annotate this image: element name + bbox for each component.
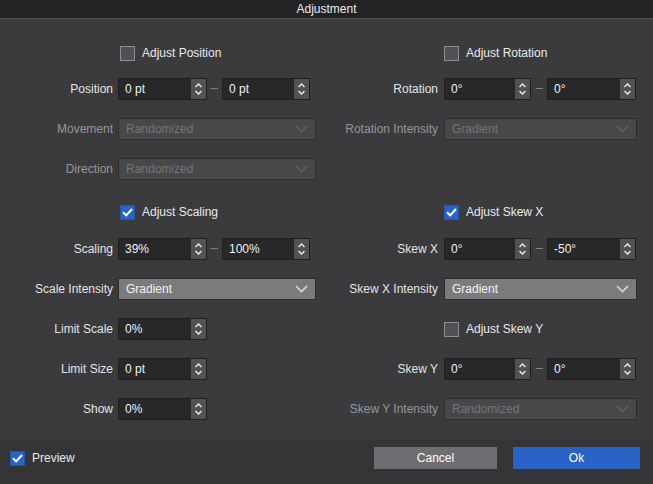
dialog-title: Adjustment [296,2,356,16]
show-skewyintensity-row: Show 0% Skew Y Intensity Randomized [0,398,653,420]
checkbox-icon[interactable] [444,322,459,337]
position-to-spinner[interactable]: 0 pt [222,78,310,100]
chevron-down-icon [295,165,308,173]
skew-y-to-stepper[interactable] [620,359,635,379]
scaling-to-value[interactable]: 100% [223,239,294,259]
limit-size-value[interactable]: 0 pt [119,359,191,379]
skew-x-intensity-value: Gradient [452,279,498,299]
skew-x-from-value[interactable]: 0° [445,239,515,259]
rotation-intensity-dropdown: Gradient [444,118,637,140]
rotation-label: Rotation [318,78,438,100]
position-to-value[interactable]: 0 pt [223,79,294,99]
movement-rotintensity-row: Movement Randomized Rotation Intensity G… [0,118,653,140]
scale-intensity-label: Scale Intensity [0,278,113,300]
position-from-spinner[interactable]: 0 pt [118,78,207,100]
rotation-intensity-label: Rotation Intensity [318,118,438,140]
preview-label: Preview [32,451,75,465]
rotation-from-spinner[interactable]: 0° [444,78,531,100]
rotation-to-stepper[interactable] [620,79,635,99]
scaling-from-spinner[interactable]: 39% [118,238,207,260]
chevron-down-icon [616,125,629,133]
skew-x-from-stepper[interactable] [515,239,530,259]
adjust-rotation-label: Adjust Rotation [466,46,547,60]
checkbox-icon[interactable] [120,205,135,220]
checkbox-icon[interactable] [444,205,459,220]
scaling-skewx-row: Scaling 39% – 100% Skew X 0° – -50° [0,238,653,260]
adjust-rotation-checkbox[interactable]: Adjust Rotation [444,45,547,61]
checkbox-icon[interactable] [444,46,459,61]
scaling-to-stepper[interactable] [294,239,309,259]
rotation-to-spinner[interactable]: 0° [547,78,636,100]
rotation-intensity-value: Gradient [452,119,498,139]
position-from-stepper[interactable] [191,79,206,99]
movement-value: Randomized [126,119,193,139]
skew-x-to-value[interactable]: -50° [548,239,620,259]
limit-scale-spinner[interactable]: 0% [118,318,207,340]
scaling-from-stepper[interactable] [191,239,206,259]
checkbox-icon[interactable] [120,46,135,61]
chevron-up-down-icon [518,82,527,96]
chevron-up-down-icon [518,362,527,376]
position-label: Position [0,78,113,100]
skew-y-from-value[interactable]: 0° [445,359,515,379]
scale-intensity-dropdown[interactable]: Gradient [118,278,316,300]
position-to-stepper[interactable] [294,79,309,99]
direction-label: Direction [0,158,113,180]
chevron-up-down-icon [194,322,203,336]
adjust-position-checkbox[interactable]: Adjust Position [120,45,221,61]
skew-x-to-stepper[interactable] [620,239,635,259]
ok-button[interactable]: Ok [513,447,640,469]
preview-checkbox[interactable]: Preview [10,450,75,466]
chevron-up-down-icon [194,242,203,256]
rotation-to-value[interactable]: 0° [548,79,620,99]
rotation-from-value[interactable]: 0° [445,79,515,99]
direction-row: Direction Randomized [0,158,653,180]
direction-dropdown: Randomized [118,158,316,180]
chevron-up-down-icon [623,82,632,96]
adjust-skew-y-checkbox[interactable]: Adjust Skew Y [444,321,543,337]
check-icon [446,208,457,217]
dialog-titlebar[interactable]: Adjustment [0,0,653,19]
skew-y-intensity-value: Randomized [452,399,519,419]
range-dash: – [532,358,546,380]
skew-x-intensity-dropdown[interactable]: Gradient [444,278,637,300]
position-from-value[interactable]: 0 pt [119,79,191,99]
adjust-scaling-checkbox[interactable]: Adjust Scaling [120,204,218,220]
limit-scale-value[interactable]: 0% [119,319,191,339]
skew-x-from-spinner[interactable]: 0° [444,238,531,260]
scaling-from-value[interactable]: 39% [119,239,191,259]
chevron-down-icon [616,405,629,413]
limit-size-stepper[interactable] [191,359,206,379]
skew-x-to-spinner[interactable]: -50° [547,238,636,260]
limit-scale-stepper[interactable] [191,319,206,339]
range-dash: – [532,238,546,260]
chevron-down-icon [295,125,308,133]
check-icon [12,454,23,463]
skew-y-from-stepper[interactable] [515,359,530,379]
show-value[interactable]: 0% [119,399,191,419]
range-dash: – [532,78,546,100]
limit-scale-row: Limit Scale 0% [0,318,653,340]
chevron-up-down-icon [297,242,306,256]
scaling-to-spinner[interactable]: 100% [222,238,310,260]
chevron-up-down-icon [297,82,306,96]
skew-y-to-value[interactable]: 0° [548,359,620,379]
limit-size-skewy-row: Limit Size 0 pt Skew Y 0° – 0° [0,358,653,380]
movement-dropdown: Randomized [118,118,316,140]
rotation-from-stepper[interactable] [515,79,530,99]
show-stepper[interactable] [191,399,206,419]
position-rotation-row: Position 0 pt – 0 pt Rotation 0° – 0° [0,78,653,100]
range-dash: – [207,238,221,260]
limit-size-spinner[interactable]: 0 pt [118,358,207,380]
skew-y-from-spinner[interactable]: 0° [444,358,531,380]
adjust-scaling-label: Adjust Scaling [142,205,218,219]
chevron-down-icon [295,285,308,293]
adjust-skew-x-checkbox[interactable]: Adjust Skew X [444,204,543,220]
skew-x-label: Skew X [318,238,438,260]
chevron-up-down-icon [194,82,203,96]
checkbox-icon[interactable] [10,451,25,466]
cancel-button[interactable]: Cancel [374,447,497,469]
skew-y-to-spinner[interactable]: 0° [547,358,636,380]
show-label: Show [0,398,113,420]
show-spinner[interactable]: 0% [118,398,207,420]
